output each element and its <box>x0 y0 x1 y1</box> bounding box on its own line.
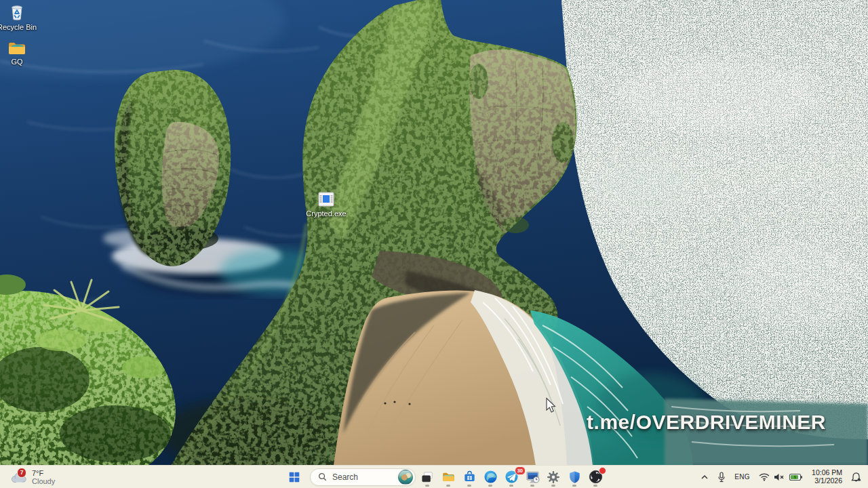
desktop-icon-crypted-exe[interactable]: Crypted.exe <box>304 190 348 218</box>
running-indicator <box>530 485 534 487</box>
computer-app-button[interactable] <box>523 468 542 487</box>
windows-desktop: Recycle Bin GQ Crypted.exe t.me/OVERDRIV… <box>0 0 868 488</box>
windows-logo-icon <box>288 470 301 484</box>
hidden-icons-button[interactable] <box>699 468 710 486</box>
start-button[interactable] <box>285 468 304 487</box>
file-explorer-icon <box>441 470 456 484</box>
recording-badge <box>599 467 606 474</box>
running-indicator <box>572 485 576 487</box>
running-indicator <box>488 485 492 487</box>
wifi-icon <box>759 472 770 481</box>
edge-button[interactable] <box>481 468 500 487</box>
clock[interactable]: 10:06 PM 3/1/2026 <box>810 468 844 486</box>
desktop-icon-label: Crypted.exe <box>306 209 346 218</box>
settings-button[interactable] <box>544 468 563 487</box>
computer-clock-icon <box>526 470 540 484</box>
executable-icon <box>317 190 335 208</box>
volume-muted-icon <box>774 473 785 481</box>
search-box[interactable]: Search <box>310 468 416 486</box>
tray-time: 10:06 PM <box>812 469 842 477</box>
search-icon <box>318 472 327 481</box>
task-view-icon <box>420 470 434 484</box>
microsoft-store-button[interactable] <box>460 468 479 487</box>
weather-alert-badge: 7 <box>17 468 26 478</box>
search-placeholder: Search <box>332 472 393 482</box>
chevron-up-icon <box>701 474 709 481</box>
file-explorer-button[interactable] <box>439 468 458 487</box>
weather-temperature: 7°F <box>32 469 55 477</box>
gear-icon <box>547 470 560 484</box>
shield-icon <box>568 470 582 484</box>
microsoft-store-icon <box>462 470 477 484</box>
recycle-bin-icon <box>7 1 27 22</box>
network-volume-battery-button[interactable] <box>757 468 804 486</box>
task-view-button[interactable] <box>418 468 437 487</box>
battery-charging-icon <box>789 473 803 481</box>
running-indicator <box>425 485 429 487</box>
taskbar-center: Search <box>285 466 605 488</box>
running-indicator <box>446 485 450 487</box>
mouse-cursor <box>545 397 557 413</box>
folder-icon <box>7 39 27 56</box>
notification-center-button[interactable] <box>850 468 863 486</box>
telegram-button[interactable]: 30 <box>502 468 521 487</box>
desktop-icon-gq-folder[interactable]: GQ <box>0 39 39 66</box>
weather-widget[interactable]: 7 7°F Cloudy <box>5 466 59 488</box>
windows-security-button[interactable] <box>565 468 584 487</box>
search-daily-image <box>398 470 413 485</box>
edge-icon <box>484 470 498 484</box>
desktop-icon-recycle-bin[interactable]: Recycle Bin <box>0 1 39 32</box>
desktop-icon-label: GQ <box>11 58 22 66</box>
tray-date: 3/1/2026 <box>814 477 842 485</box>
watermark-text: t.me/OVERDRIVEMINER <box>587 411 826 434</box>
taskbar: 7 7°F Cloudy <box>0 465 868 488</box>
notification-bell-icon <box>851 472 861 483</box>
microphone-tray-button[interactable] <box>716 468 727 486</box>
language-indicator[interactable]: ENG <box>733 468 751 486</box>
system-tray: ENG <box>699 466 863 488</box>
weather-condition: Cloudy <box>32 477 55 485</box>
wallpaper-image <box>0 0 868 466</box>
running-indicator <box>467 485 471 487</box>
running-indicator <box>593 485 597 487</box>
microphone-icon <box>717 472 726 483</box>
running-indicator <box>509 485 513 487</box>
desktop-icon-label: Recycle Bin <box>0 23 37 32</box>
running-indicator <box>551 485 555 487</box>
recorder-button[interactable] <box>586 468 605 487</box>
